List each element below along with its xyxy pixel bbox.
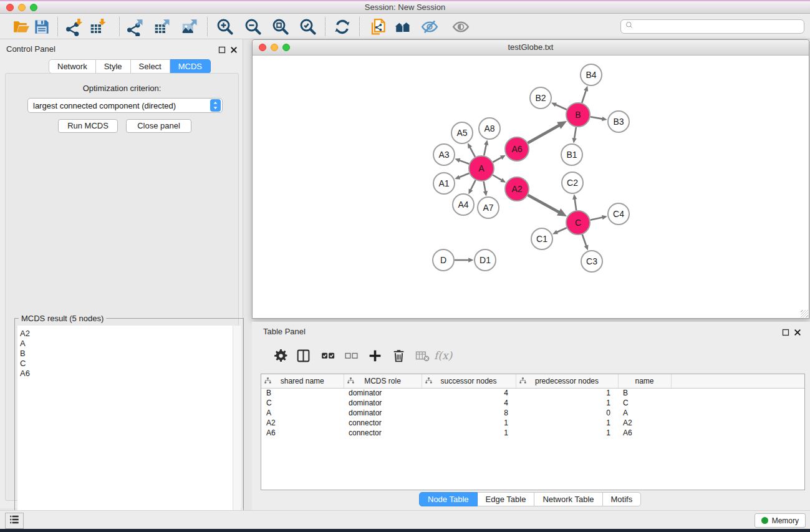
table-cell[interactable]: dominator: [344, 408, 422, 418]
node-A3[interactable]: A3: [433, 144, 455, 165]
zoom-in-icon[interactable]: [215, 16, 236, 37]
table-cell[interactable]: C: [261, 398, 344, 408]
tab-edge-table[interactable]: Edge Table: [478, 492, 535, 506]
table-cell[interactable]: [671, 398, 805, 408]
edge-A-A3[interactable]: [460, 160, 470, 164]
edge-A-A5[interactable]: [470, 147, 475, 157]
edge-C-C4[interactable]: [591, 218, 603, 220]
edge-A-A6[interactable]: [493, 158, 501, 163]
column-header-successor-nodes[interactable]: successor nodes: [422, 374, 516, 388]
table-cell[interactable]: A6: [618, 428, 671, 438]
column-header-predecessor-nodes[interactable]: predecessor nodes: [516, 374, 618, 388]
zoom-fit-icon[interactable]: [270, 16, 291, 37]
columns-icon[interactable]: [294, 347, 312, 364]
table-row[interactable]: Cdominator41C: [261, 398, 805, 408]
node-A2[interactable]: A2: [505, 177, 529, 201]
table-cell[interactable]: 4: [422, 388, 516, 398]
edge-C-C2[interactable]: [575, 199, 577, 210]
table-cell[interactable]: 1: [516, 388, 618, 398]
edge-A-A4[interactable]: [471, 180, 476, 190]
hide-details-icon[interactable]: [419, 16, 440, 37]
export-table-icon[interactable]: [152, 16, 173, 37]
node-D1[interactable]: D1: [475, 249, 496, 271]
table-cell[interactable]: [671, 408, 805, 418]
table-cell[interactable]: A: [261, 408, 344, 418]
search-input[interactable]: [634, 21, 800, 32]
column-header-name[interactable]: name: [618, 374, 671, 388]
close-table-panel-icon[interactable]: [794, 327, 801, 335]
column-header-shared-name[interactable]: shared name: [261, 374, 344, 388]
table-cell[interactable]: 1: [422, 418, 516, 428]
edge-A-A2[interactable]: [493, 175, 501, 180]
tab-node-table[interactable]: Node Table: [419, 492, 478, 506]
node-B[interactable]: B: [566, 103, 590, 127]
edge-B-B3[interactable]: [591, 117, 602, 118]
node-A[interactable]: A: [469, 156, 494, 181]
task-history-button[interactable]: [5, 513, 24, 529]
export-network-icon[interactable]: [125, 16, 146, 37]
edge-B-B2[interactable]: [556, 105, 567, 110]
refresh-icon[interactable]: [332, 16, 353, 37]
result-item[interactable]: C: [17, 359, 241, 369]
table-row[interactable]: A6connector11A6: [261, 428, 805, 438]
node-C2[interactable]: C2: [562, 172, 583, 193]
table-cell[interactable]: B: [618, 388, 671, 398]
edge-A-A7[interactable]: [484, 181, 486, 191]
titlebar[interactable]: Session: New Session: [0, 1, 810, 14]
edge-C-C1[interactable]: [557, 228, 567, 232]
result-item[interactable]: B: [17, 349, 241, 359]
node-B1[interactable]: B1: [561, 144, 582, 165]
table-cell[interactable]: dominator: [344, 398, 422, 408]
search-box[interactable]: [620, 19, 804, 34]
edge-A-A8[interactable]: [484, 145, 486, 156]
add-row-icon[interactable]: [366, 347, 383, 364]
node-C3[interactable]: C3: [581, 251, 602, 272]
resize-grip-icon[interactable]: [801, 310, 808, 317]
node-A1[interactable]: A1: [433, 173, 455, 194]
result-item[interactable]: A6: [17, 369, 241, 379]
float-table-panel-icon[interactable]: [782, 327, 789, 335]
tab-network-table[interactable]: Network Table: [534, 492, 602, 506]
node-C4[interactable]: C4: [608, 203, 629, 225]
table-row[interactable]: Adominator80A: [261, 408, 805, 418]
table-cell[interactable]: 1: [516, 428, 618, 438]
table-cell[interactable]: A2: [261, 418, 344, 428]
node-A8[interactable]: A8: [479, 118, 500, 139]
zoom-network-button[interactable]: [282, 44, 290, 51]
edge-B-B4[interactable]: [582, 90, 586, 103]
column-header-mcds-role[interactable]: MCDS role: [344, 374, 422, 388]
gear-icon[interactable]: [272, 347, 289, 364]
network-window-titlebar[interactable]: testGlobe.txt: [253, 40, 809, 56]
tab-style[interactable]: Style: [96, 59, 131, 74]
table-cell[interactable]: A2: [618, 418, 671, 428]
table-cell[interactable]: connector: [344, 428, 422, 438]
edge-B-B1[interactable]: [574, 127, 576, 138]
result-item[interactable]: A: [17, 339, 241, 349]
import-table-icon[interactable]: [87, 16, 108, 37]
deselect-all-icon[interactable]: [342, 347, 360, 364]
node-B2[interactable]: B2: [530, 87, 551, 109]
network-canvas[interactable]: AA1A2A3A4A5A6A7A8BB1B2B3B4CC1C2C3C4DD1: [253, 56, 809, 318]
tab-network[interactable]: Network: [49, 59, 96, 74]
node-A6[interactable]: A6: [505, 137, 529, 161]
close-panel-icon[interactable]: [230, 45, 238, 52]
home-icon[interactable]: [392, 16, 413, 37]
network-file-icon[interactable]: [367, 16, 388, 37]
table-cell[interactable]: C: [618, 398, 671, 408]
node-B3[interactable]: B3: [608, 111, 629, 132]
zoom-selected-icon[interactable]: [297, 16, 319, 37]
tab-select[interactable]: Select: [131, 59, 170, 74]
save-icon[interactable]: [31, 16, 52, 37]
table-cell[interactable]: B: [261, 388, 344, 398]
table-cell[interactable]: [671, 388, 805, 398]
close-panel-button[interactable]: Close panel: [126, 119, 191, 133]
node-C[interactable]: C: [566, 211, 590, 235]
table-cell[interactable]: 1: [516, 398, 618, 408]
close-network-button[interactable]: [259, 44, 266, 51]
table-row[interactable]: Bdominator41B: [261, 388, 805, 398]
table-cell[interactable]: 1: [516, 418, 618, 428]
table-cell[interactable]: A: [618, 408, 671, 418]
table-cell[interactable]: 8: [422, 408, 516, 418]
import-network-icon[interactable]: [64, 16, 85, 37]
open-icon[interactable]: [11, 16, 32, 37]
